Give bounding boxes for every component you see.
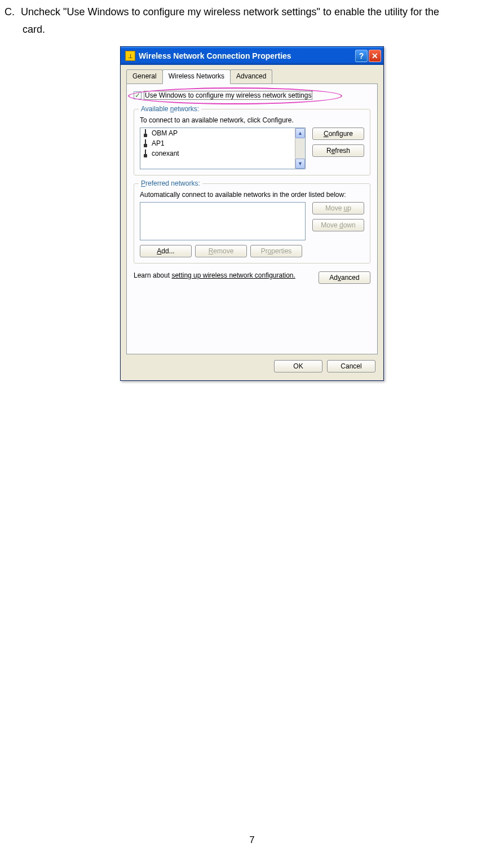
add-button[interactable]: Add... [140,245,192,257]
network-item-icon [143,139,148,147]
learn-text: Learn about setting up wireless network … [134,271,295,279]
cancel-button[interactable]: Cancel [327,360,375,372]
move-down-button[interactable]: Move down [312,219,364,231]
properties-button[interactable]: Properties [250,245,302,257]
titlebar-text: Wireless Network Connection Properties [139,51,355,60]
available-networks-group: Available networks: To connect to an ava… [134,109,370,175]
available-networks-list[interactable]: OBM AP AP1 conexant ▲ ▼ [140,128,306,169]
move-up-button[interactable]: Move up [312,202,364,214]
dialog-footer: OK Cancel [121,354,383,380]
close-button[interactable]: ✕ [369,50,381,62]
step-text-line1: Uncheck "Use Windows to configure my wir… [21,6,439,17]
network-item-icon [143,129,148,137]
advanced-button[interactable]: Advanced [319,271,370,284]
available-networks-legend: Available networks: [139,105,201,113]
learn-row: Learn about setting up wireless network … [134,271,370,284]
list-item-label: AP1 [152,139,165,147]
list-item-label: OBM AP [152,129,178,137]
page-number: 7 [0,835,504,846]
network-item-icon [143,150,148,157]
preferred-networks-list[interactable] [140,202,306,240]
ok-button[interactable]: OK [274,360,322,372]
configure-button[interactable]: Configure [312,128,364,140]
tab-advanced[interactable]: Advanced [230,69,272,84]
use-windows-checkbox-label: Use Windows to configure my wireless net… [144,91,312,100]
preferred-networks-legend: Preferred networks: [139,179,202,187]
tabs-row: General Wireless Networks Advanced [121,65,383,84]
help-button[interactable]: ? [355,50,368,62]
titlebar[interactable]: ⊥ Wireless Network Connection Properties… [121,47,383,65]
refresh-button[interactable]: Refresh [312,144,364,157]
tab-general[interactable]: General [126,69,163,84]
learn-link[interactable]: setting up wireless network configuratio… [171,271,295,279]
preferred-networks-desc: Automatically connect to available netwo… [140,191,364,199]
dialog-wrapper: ⊥ Wireless Network Connection Properties… [0,46,504,381]
tab-content: ✓ Use Windows to configure my wireless n… [126,84,378,354]
list-item[interactable]: conexant [140,148,305,159]
list-item[interactable]: AP1 [140,138,305,148]
scroll-down-button[interactable]: ▼ [295,159,305,169]
scrollbar[interactable]: ▲ ▼ [295,128,305,169]
available-networks-desc: To connect to an available network, clic… [140,116,364,124]
list-item-label: conexant [152,150,179,157]
preferred-networks-group: Preferred networks: Automatically connec… [134,183,370,264]
scroll-up-button[interactable]: ▲ [295,128,305,138]
remove-button[interactable]: Remove [195,245,247,257]
use-windows-checkbox-row: ✓ Use Windows to configure my wireless n… [134,91,370,100]
tab-wireless-networks[interactable]: Wireless Networks [162,69,231,84]
list-item[interactable]: OBM AP [140,128,305,138]
step-text-line2: card. [23,22,487,37]
properties-dialog: ⊥ Wireless Network Connection Properties… [120,46,384,381]
step-label: C. [5,5,18,20]
network-icon: ⊥ [125,51,135,61]
instruction-step: C. Uncheck "Use Windows to configure my … [0,0,504,42]
use-windows-checkbox[interactable]: ✓ [134,91,142,99]
learn-prefix: Learn about [134,271,171,279]
